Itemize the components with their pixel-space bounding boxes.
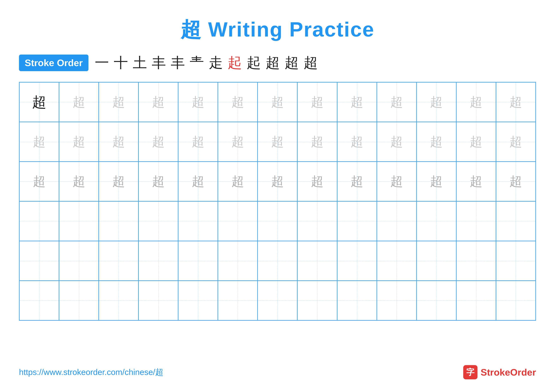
grid-cell-2-11[interactable]: 超 bbox=[456, 162, 496, 201]
grid-cell-3-9[interactable] bbox=[377, 201, 416, 241]
footer: https://www.strokeorder.com/chinese/超 字 … bbox=[19, 365, 536, 379]
grid-cell-5-2[interactable] bbox=[99, 281, 139, 320]
grid-cell-1-0[interactable]: 超 bbox=[19, 122, 59, 162]
grid-cell-0-9[interactable]: 超 bbox=[377, 82, 416, 122]
char-glyph: 超 bbox=[73, 94, 85, 111]
grid-cell-2-6[interactable]: 超 bbox=[258, 162, 297, 201]
grid-cell-3-10[interactable] bbox=[416, 201, 456, 241]
grid-cell-0-6[interactable]: 超 bbox=[258, 82, 297, 122]
grid-cell-1-12[interactable]: 超 bbox=[496, 122, 536, 162]
grid-cell-3-1[interactable] bbox=[59, 201, 99, 241]
char-glyph: 超 bbox=[33, 133, 45, 150]
grid-cell-0-4[interactable]: 超 bbox=[178, 82, 218, 122]
grid-cell-0-2[interactable]: 超 bbox=[99, 82, 139, 122]
grid-cell-4-3[interactable] bbox=[139, 241, 178, 281]
grid-cell-4-11[interactable] bbox=[456, 241, 496, 281]
grid-cell-3-5[interactable] bbox=[218, 201, 258, 241]
grid-cell-5-8[interactable] bbox=[337, 281, 377, 320]
char-glyph: 超 bbox=[192, 173, 204, 190]
char-glyph: 超 bbox=[232, 133, 244, 150]
grid-cell-3-3[interactable] bbox=[139, 201, 178, 241]
stroke-step-3: 丰 bbox=[152, 53, 166, 72]
grid-cell-5-12[interactable] bbox=[496, 281, 536, 320]
grid-cell-4-6[interactable] bbox=[258, 241, 297, 281]
char-glyph: 超 bbox=[33, 173, 45, 190]
grid-cell-3-0[interactable] bbox=[19, 201, 59, 241]
char-glyph: 超 bbox=[390, 173, 403, 190]
stroke-step-9: 超 bbox=[266, 53, 280, 72]
grid-cell-1-9[interactable]: 超 bbox=[377, 122, 416, 162]
grid-cell-1-1[interactable]: 超 bbox=[59, 122, 99, 162]
grid-cell-5-6[interactable] bbox=[258, 281, 297, 320]
grid-cell-1-6[interactable]: 超 bbox=[258, 122, 297, 162]
grid-cell-1-10[interactable]: 超 bbox=[416, 122, 456, 162]
grid-cell-0-5[interactable]: 超 bbox=[218, 82, 258, 122]
grid-cell-2-4[interactable]: 超 bbox=[178, 162, 218, 201]
grid-cell-0-1[interactable]: 超 bbox=[59, 82, 99, 122]
grid-cell-4-12[interactable] bbox=[496, 241, 536, 281]
grid-cell-4-0[interactable] bbox=[19, 241, 59, 281]
grid-cell-2-1[interactable]: 超 bbox=[59, 162, 99, 201]
grid-cell-4-9[interactable] bbox=[377, 241, 416, 281]
char-glyph: 超 bbox=[430, 133, 443, 150]
char-glyph: 超 bbox=[510, 173, 522, 190]
grid-cell-4-1[interactable] bbox=[59, 241, 99, 281]
grid-cell-0-10[interactable]: 超 bbox=[416, 82, 456, 122]
grid-cell-3-2[interactable] bbox=[99, 201, 139, 241]
stroke-order-badge: Stroke Order bbox=[19, 55, 88, 71]
grid-cell-3-11[interactable] bbox=[456, 201, 496, 241]
grid-cell-0-8[interactable]: 超 bbox=[337, 82, 377, 122]
grid-cell-3-8[interactable] bbox=[337, 201, 377, 241]
grid-cell-1-7[interactable]: 超 bbox=[297, 122, 337, 162]
grid-cell-5-5[interactable] bbox=[218, 281, 258, 320]
grid-cell-4-2[interactable] bbox=[99, 241, 139, 281]
grid-cell-5-10[interactable] bbox=[416, 281, 456, 320]
grid-cell-1-4[interactable]: 超 bbox=[178, 122, 218, 162]
grid-cell-5-3[interactable] bbox=[139, 281, 178, 320]
grid-cell-2-0[interactable]: 超 bbox=[19, 162, 59, 201]
grid-cell-2-12[interactable]: 超 bbox=[496, 162, 536, 201]
grid-cell-1-11[interactable]: 超 bbox=[456, 122, 496, 162]
grid-cell-1-8[interactable]: 超 bbox=[337, 122, 377, 162]
grid-cell-4-5[interactable] bbox=[218, 241, 258, 281]
footer-url[interactable]: https://www.strokeorder.com/chinese/超 bbox=[19, 367, 163, 378]
grid-cell-2-10[interactable]: 超 bbox=[416, 162, 456, 201]
stroke-sequence: 一十土丰丰龶走起起超超超 bbox=[95, 53, 318, 72]
grid-cell-0-7[interactable]: 超 bbox=[297, 82, 337, 122]
grid-cell-4-4[interactable] bbox=[178, 241, 218, 281]
grid-cell-1-2[interactable]: 超 bbox=[99, 122, 139, 162]
char-glyph: 超 bbox=[152, 94, 165, 111]
grid-cell-2-9[interactable]: 超 bbox=[377, 162, 416, 201]
grid-cell-4-7[interactable] bbox=[297, 241, 337, 281]
stroke-step-6: 走 bbox=[209, 53, 223, 72]
grid-cell-3-6[interactable] bbox=[258, 201, 297, 241]
stroke-step-1: 十 bbox=[114, 53, 128, 72]
char-glyph: 超 bbox=[271, 173, 284, 190]
grid-cell-2-2[interactable]: 超 bbox=[99, 162, 139, 201]
grid-cell-3-4[interactable] bbox=[178, 201, 218, 241]
char-glyph: 超 bbox=[192, 133, 204, 150]
grid-cell-3-12[interactable] bbox=[496, 201, 536, 241]
grid-cell-5-0[interactable] bbox=[19, 281, 59, 320]
grid-cell-5-11[interactable] bbox=[456, 281, 496, 320]
grid-cell-5-4[interactable] bbox=[178, 281, 218, 320]
stroke-order-row: Stroke Order 一十土丰丰龶走起起超超超 bbox=[19, 53, 536, 72]
grid-cell-2-3[interactable]: 超 bbox=[139, 162, 178, 201]
grid-cell-0-0[interactable]: 超 bbox=[19, 82, 59, 122]
grid-cell-2-7[interactable]: 超 bbox=[297, 162, 337, 201]
grid-cell-0-12[interactable]: 超 bbox=[496, 82, 536, 122]
grid-cell-1-5[interactable]: 超 bbox=[218, 122, 258, 162]
grid-cell-4-10[interactable] bbox=[416, 241, 456, 281]
grid-row-3 bbox=[19, 201, 536, 241]
grid-cell-5-7[interactable] bbox=[297, 281, 337, 320]
grid-cell-5-1[interactable] bbox=[59, 281, 99, 320]
grid-cell-0-11[interactable]: 超 bbox=[456, 82, 496, 122]
grid-cell-2-8[interactable]: 超 bbox=[337, 162, 377, 201]
grid-cell-0-3[interactable]: 超 bbox=[139, 82, 178, 122]
grid-cell-4-8[interactable] bbox=[337, 241, 377, 281]
stroke-step-2: 土 bbox=[133, 53, 147, 72]
grid-cell-1-3[interactable]: 超 bbox=[139, 122, 178, 162]
grid-cell-3-7[interactable] bbox=[297, 201, 337, 241]
grid-cell-2-5[interactable]: 超 bbox=[218, 162, 258, 201]
grid-cell-5-9[interactable] bbox=[377, 281, 416, 320]
